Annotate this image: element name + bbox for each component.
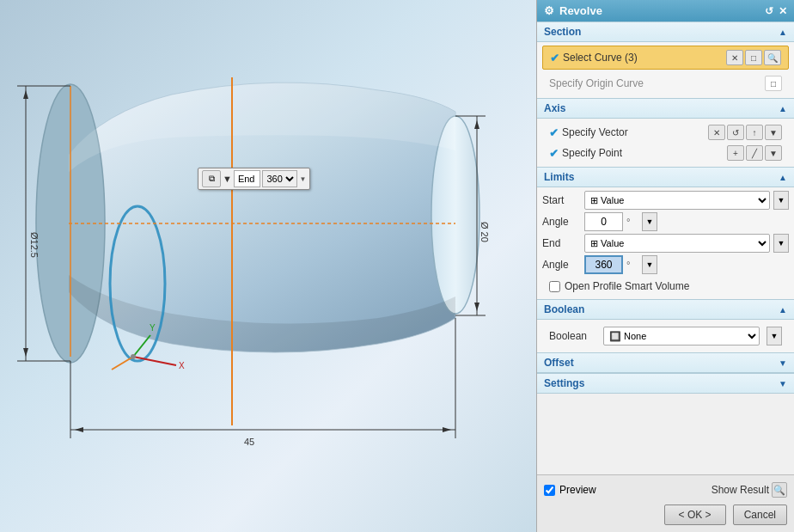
limits-end-select[interactable]: ⊞ Value [584,234,770,253]
limits-end-angle-arrow[interactable]: ▼ [642,255,657,274]
curve-icon-search[interactable]: 🔍 [764,50,781,65]
limits-start-unit: ° [626,217,638,227]
section-body-axis: ✔ Specify Vector ✕ ↺ ↑ ▼ ✔ Specify Point… [537,119,794,167]
3d-model: X Y Ø 20 Ø12.5 [0,0,536,532]
limits-end-row: End ⊞ Value ▼ [542,234,789,253]
copy-icon[interactable]: ⧉ [202,170,221,187]
specify-vector-row: ✔ Specify Vector ✕ ↺ ↑ ▼ [542,122,789,143]
specify-origin-icon[interactable]: □ [765,76,782,91]
vector-icon-1[interactable]: ✕ [708,125,725,140]
section-header-boolean[interactable]: Boolean ▲ [537,299,794,320]
refresh-icon[interactable]: ↺ [765,5,773,17]
section-header-settings[interactable]: Settings ▼ [537,373,794,394]
magnifier-icon[interactable]: 🔍 [772,482,787,498]
open-profile-checkbox[interactable] [549,281,560,292]
boolean-select[interactable]: 🔲 None [603,327,760,345]
limits-start-label: Start [542,194,581,206]
specify-point-text: Specify Point [562,147,622,159]
svg-marker-21 [23,90,28,99]
specify-point-row: ✔ Specify Point + ╱ ▼ [542,143,789,163]
select-curve-label: ✔ Select Curve (3) [550,52,638,64]
svg-text:Y: Y [150,323,156,333]
select-curve-row[interactable]: ✔ Select Curve (3) ✕ □ 🔍 [542,46,789,70]
vector-icon-3[interactable]: ↑ [746,125,763,140]
offset-chevron: ▼ [779,358,787,368]
offset-label: Offset [544,357,574,369]
specify-origin-row: Specify Origin Curve □ [542,72,789,95]
select-curve-checkmark: ✔ [550,52,559,64]
limits-end-label: End [542,237,581,249]
select-curve-icons: ✕ □ 🔍 [726,50,781,65]
limits-start-angle-label: Angle [542,216,581,228]
vector-icon-4[interactable]: ▼ [765,125,782,140]
limits-end-angle-row: Angle ° ▼ [542,255,789,274]
limits-start-arrow[interactable]: ▼ [773,191,789,210]
point-icon-3[interactable]: ▼ [765,145,782,161]
preview-checkbox[interactable] [544,485,555,496]
panel-titlebar: ⚙ Revolve ↺ ✕ [537,0,794,21]
toolbar-separator: ▼ [223,174,232,184]
cancel-button[interactable]: Cancel [733,504,787,525]
boolean-row: Boolean 🔲 None ▼ [542,323,789,349]
end-value-select[interactable]: 360 [262,170,297,187]
end-dropdown[interactable]: End [234,170,261,187]
limits-chevron: ▲ [779,173,787,182]
ok-cancel-row: < OK > Cancel [544,504,787,525]
preview-row: Preview Show Result 🔍 [544,482,787,498]
preview-left: Preview [544,484,596,496]
svg-text:Ø 20: Ø 20 [479,222,490,242]
panel: ⚙ Revolve ↺ ✕ Section ▲ ✔ Select Curve (… [536,0,794,532]
open-profile-label: Open Profile Smart Volume [565,280,689,292]
svg-text:Ø12.5: Ø12.5 [29,232,40,258]
section-label: Section [544,26,581,38]
specify-origin-label: Specify Origin Curve [549,77,644,89]
point-icon-1[interactable]: + [727,145,744,161]
section-body-section: ✔ Select Curve (3) ✕ □ 🔍 Specify Origin … [537,42,794,98]
svg-marker-27 [75,427,83,432]
preview-label: Preview [559,484,596,496]
svg-marker-15 [474,120,479,129]
section-header-section[interactable]: Section ▲ [537,21,794,42]
svg-text:X: X [179,361,185,370]
panel-title: Revolve [559,4,602,17]
vector-icon-2[interactable]: ↺ [727,125,744,140]
titlebar-left: ⚙ Revolve [544,4,602,17]
section-header-limits[interactable]: Limits ▲ [537,167,794,187]
axis-chevron: ▲ [779,104,787,113]
section-header-axis[interactable]: Axis ▲ [537,98,794,119]
limits-start-select[interactable]: ⊞ Value [584,191,770,210]
curve-icon-x[interactable]: ✕ [726,50,743,65]
curve-icon-box[interactable]: □ [745,50,762,65]
limits-end-angle-input[interactable] [584,255,623,274]
limits-start-angle-row: Angle ° ▼ [542,212,789,231]
section-body-boolean: Boolean 🔲 None ▼ [537,320,794,352]
svg-marker-16 [474,303,479,311]
settings-chevron: ▼ [779,379,787,388]
titlebar-right: ↺ ✕ [765,5,787,17]
toolbar-down-arrow: ▼ [299,175,306,183]
panel-bottom: Preview Show Result 🔍 < OK > Cancel [537,474,794,532]
boolean-chevron: ▲ [779,305,787,315]
limits-label: Limits [544,171,574,183]
limits-start-angle-arrow[interactable]: ▼ [642,212,657,231]
limits-end-arrow[interactable]: ▼ [773,234,789,253]
specify-point-label: ✔ Specify Point [549,147,622,160]
ok-button[interactable]: < OK > [664,504,726,525]
svg-marker-28 [443,427,451,432]
close-icon[interactable]: ✕ [779,5,787,17]
svg-text:45: 45 [244,437,254,447]
point-icon-2[interactable]: ╱ [746,145,763,161]
boolean-arrow[interactable]: ▼ [767,327,782,345]
svg-point-11 [131,354,136,359]
boolean-row-label: Boolean [549,330,596,342]
section-header-offset[interactable]: Offset ▼ [537,352,794,373]
limits-end-angle-label: Angle [542,259,581,271]
settings-label: Settings [544,377,584,389]
limits-start-angle-input[interactable] [584,212,623,231]
section-chevron: ▲ [779,28,787,37]
viewport-toolbar[interactable]: ⧉ ▼ End 360 ▼ [198,168,310,190]
specify-vector-text: Specify Vector [562,126,628,138]
viewport[interactable]: X Y Ø 20 Ø12.5 [0,0,536,532]
limits-end-unit: ° [626,260,638,270]
gear-icon: ⚙ [544,4,554,17]
